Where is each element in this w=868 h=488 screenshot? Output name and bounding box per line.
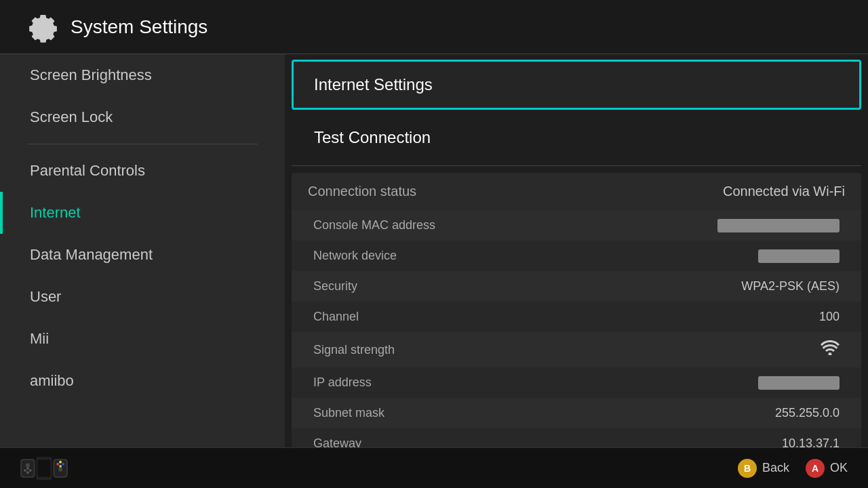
back-button-group[interactable]: B Back [738,459,789,478]
network-device-value [758,249,840,263]
status-header: Connection status Connected via Wi-Fi [292,173,861,210]
sidebar-item-screen-lock[interactable]: Screen Lock [0,96,285,138]
controller-icon [20,456,68,481]
security-label: Security [313,279,357,293]
channel-label: Channel [313,310,359,324]
back-label: Back [762,461,789,475]
svg-point-15 [59,460,62,463]
ok-label: OK [830,461,848,475]
content-divider [292,165,861,166]
gateway-label: Gateway [313,436,361,447]
bottom-bar: B Back A OK [0,447,868,488]
signal-strength-row: Signal strength [292,332,861,367]
svg-point-3 [24,469,26,472]
main-layout: Screen Brightness Screen Lock Parental C… [0,54,868,447]
bottom-buttons: B Back A OK [738,459,848,478]
svg-point-12 [56,462,59,465]
network-device-row: Network device [292,241,861,271]
sidebar-item-amiibo[interactable]: amiibo [0,360,285,402]
network-device-label: Network device [313,249,397,263]
status-panel: Connection status Connected via Wi-Fi Co… [292,173,861,447]
channel-value: 100 [819,310,840,324]
ok-button-group[interactable]: A OK [806,459,848,478]
test-connection-item[interactable]: Test Connection [292,115,861,160]
sidebar-item-mii[interactable]: Mii [0,318,285,360]
sidebar: Screen Brightness Screen Lock Parental C… [0,54,285,447]
status-title: Connection status [308,184,416,199]
ip-address-row: IP address [292,367,861,398]
status-value: Connected via Wi-Fi [723,184,845,199]
sidebar-item-data-management[interactable]: Data Management [0,234,285,276]
sidebar-item-screen-brightness[interactable]: Screen Brightness [0,54,285,96]
wifi-icon [821,340,840,359]
svg-point-11 [58,467,62,471]
controller-display [20,456,68,481]
svg-point-5 [29,469,32,472]
gateway-row: Gateway 10.13.37.1 [292,428,861,447]
security-value: WPA2-PSK (AES) [741,279,840,293]
signal-strength-label: Signal strength [313,343,395,357]
svg-point-2 [26,463,30,467]
subnet-mask-label: Subnet mask [313,406,384,420]
sidebar-item-user[interactable]: User [0,276,285,318]
a-button: A [806,459,825,478]
b-button: B [738,459,757,478]
content-area: Internet Settings Test Connection Connec… [285,54,868,447]
sidebar-item-parental-controls[interactable]: Parental Controls [0,150,285,192]
subnet-mask-value: 255.255.0.0 [775,406,840,420]
subnet-mask-row: Subnet mask 255.255.0.0 [292,398,861,428]
svg-point-6 [26,467,29,470]
ip-address-label: IP address [313,375,372,390]
svg-point-14 [62,462,64,465]
internet-settings-item[interactable]: Internet Settings [292,60,861,110]
gateway-value: 10.13.37.1 [782,436,840,447]
mac-address-value [717,219,840,232]
svg-point-4 [26,471,29,474]
sidebar-divider-1 [27,144,258,144]
security-row: Security WPA2-PSK (AES) [292,271,861,302]
page-title: System Settings [71,16,208,38]
header: System Settings [0,0,868,54]
svg-point-13 [59,464,62,467]
channel-row: Channel 100 [292,302,861,332]
sidebar-item-internet[interactable]: Internet [0,192,285,234]
mac-address-row: Console MAC address [292,210,861,241]
svg-rect-8 [38,460,51,476]
ip-address-value [758,376,840,390]
gear-icon [27,11,60,43]
mac-address-label: Console MAC address [313,218,435,232]
